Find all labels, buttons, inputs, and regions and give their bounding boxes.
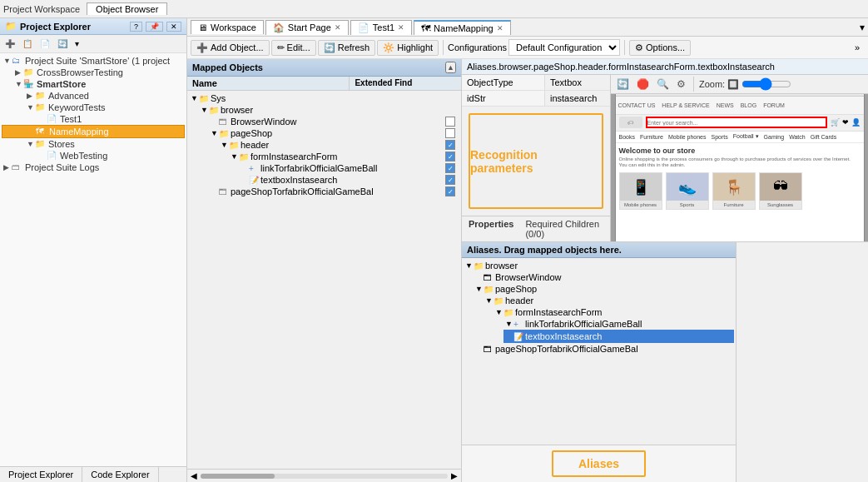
- sidebar-help-button[interactable]: ?: [130, 22, 142, 32]
- mapped-row-pageshoptorfabrik[interactable]: ▶ 🗔 pageShopTorfabrikOfficialGameBal ✓: [209, 186, 459, 197]
- preview-btn1[interactable]: 🔄: [614, 77, 632, 91]
- tree-item-test1[interactable]: ▶ 📄 Test1: [2, 113, 185, 125]
- tab-close-namemapping[interactable]: ✕: [497, 24, 503, 32]
- tree-item-webtesting[interactable]: ▶ 📄 WebTesting: [2, 150, 185, 161]
- toolbar-expand-button[interactable]: »: [850, 41, 865, 54]
- tab-properties[interactable]: Properties: [465, 218, 517, 240]
- mapped-row-sys[interactable]: ▼ 📁 Sys: [189, 92, 459, 104]
- tab-project-explorer[interactable]: Project Explorer: [0, 467, 82, 482]
- alias-row-textboxinstasearch[interactable]: ▶ 📝 textboxInstasearch: [503, 330, 734, 343]
- check-forminstasearch[interactable]: ✓: [443, 152, 458, 161]
- mapped-row-browser[interactable]: ▼ 📁 browser: [199, 104, 459, 116]
- tree-arrow-crossbrowser[interactable]: ▶: [15, 68, 23, 77]
- check-browserwindow[interactable]: [443, 117, 458, 127]
- tree-item-advanced[interactable]: ▶ 📁 Advanced: [2, 90, 185, 102]
- mapped-scroll-left[interactable]: ◀: [191, 471, 197, 480]
- aliases-button[interactable]: Aliases: [552, 450, 646, 477]
- alias-row-pageshop[interactable]: ▼ 📁 pageShop: [474, 283, 734, 295]
- tree-arrow-smartstore[interactable]: ▼: [15, 80, 23, 88]
- tab-object-browser[interactable]: Object Browser: [87, 2, 167, 15]
- alias-row-linktorfabrik[interactable]: ▼ + linkTorfabrikOfficialGameBall: [503, 318, 734, 330]
- alias-row-browser[interactable]: ▼ 📁 browser: [464, 260, 734, 271]
- mapped-row-header[interactable]: ▼ 📁 header ✓: [219, 139, 459, 151]
- mapped-label-pageshoptorfabrik: pageShopTorfabrikOfficialGameBal: [231, 186, 443, 196]
- sidebar-pin-button[interactable]: 📌: [146, 22, 163, 32]
- configurations-label: Configurations: [448, 42, 507, 52]
- tree-arrow-pageshop[interactable]: ▼: [211, 129, 219, 137]
- highlight-button[interactable]: 🔆 Highlight: [377, 40, 439, 56]
- sidebar-toolbar-btn3[interactable]: 📄: [37, 37, 53, 51]
- tree-arrow-sys[interactable]: ▼: [191, 94, 199, 102]
- tab-code-explorer[interactable]: Code Explorer: [82, 467, 158, 482]
- product-sunglasses: 🕶 Sunglasses: [759, 172, 802, 210]
- alias-folder-pageshop: 📁: [484, 285, 495, 294]
- tree-label-namemapping: NameMapping: [49, 127, 109, 137]
- sidebar-toolbar-btn4[interactable]: 🔄: [54, 37, 71, 51]
- alias-arrow-pageshop[interactable]: ▼: [475, 285, 484, 293]
- mapped-row-textboxinstasearch[interactable]: ▶ 📝 textboxInstasearch ✓: [239, 174, 459, 186]
- tree-arrow-logs[interactable]: ▶: [3, 163, 12, 171]
- alias-label-linktorfabrik: linkTorfabrikOfficialGameBall: [525, 319, 642, 329]
- tab-start-page[interactable]: 🏠 Start Page ✕: [265, 20, 349, 35]
- check-pageshoptorfabrik[interactable]: ✓: [443, 186, 458, 196]
- tree-item-suite[interactable]: ▼ 🗂 Project Suite 'SmartStore' (1 projec…: [2, 55, 185, 67]
- tab-workspace[interactable]: 🖥 Workspace: [191, 20, 264, 34]
- tree-item-crossbrowser[interactable]: ▶ 📁 CrossBrowserTesting: [2, 67, 185, 78]
- tree-arrow-header[interactable]: ▼: [221, 141, 229, 149]
- alias-row-header[interactable]: ▼ 📁 header: [484, 295, 734, 306]
- sidebar-add-button[interactable]: ➕: [2, 37, 18, 51]
- alias-arrow-forminstasearch[interactable]: ▼: [495, 308, 503, 316]
- options-button[interactable]: ⚙ Options...: [629, 40, 691, 56]
- check-pageshop[interactable]: [443, 128, 458, 138]
- tree-item-namemapping[interactable]: ▶ 🗺 NameMapping: [2, 125, 185, 138]
- tab-close-start-page[interactable]: ✕: [335, 23, 341, 32]
- sidebar-toolbar-btn2[interactable]: 📋: [19, 37, 36, 51]
- mapped-row-forminstasearch[interactable]: ▼ 📁 formInstasearchForm ✓: [229, 151, 459, 162]
- alias-arrow-browser[interactable]: ▼: [465, 261, 474, 270]
- tab-required-children[interactable]: Required Children (0/0): [522, 218, 607, 240]
- alias-arrow-linktorfabrik[interactable]: ▼: [505, 320, 513, 328]
- tree-item-smartstore[interactable]: ▼ 🏪 SmartStore: [2, 78, 185, 90]
- preview-btn2[interactable]: 🛑: [634, 77, 652, 91]
- edit-button[interactable]: ✏ Edit...: [271, 40, 316, 56]
- tree-item-keywordtests[interactable]: ▼ 📁 KeywordTests: [2, 102, 185, 113]
- tree-item-logs[interactable]: ▶ 🗃 Project Suite Logs: [2, 161, 185, 173]
- alias-row-browserwindow[interactable]: ▶ 🗔 BrowserWindow: [474, 271, 734, 283]
- tab-overflow-button[interactable]: ▾: [860, 22, 865, 33]
- product-sunglasses-label: Sunglasses: [767, 201, 793, 209]
- highlight-icon: 🔆: [383, 42, 394, 53]
- tree-arrow-suite[interactable]: ▼: [3, 57, 12, 65]
- add-object-button[interactable]: ➕ Add Object...: [191, 40, 270, 56]
- browser-search-input[interactable]: [646, 117, 827, 128]
- alias-row-forminstasearch[interactable]: ▼ 📁 formInstasearchForm: [494, 306, 734, 318]
- mapped-row-pageshop[interactable]: ▼ 📁 pageShop: [209, 127, 459, 139]
- tab-test1[interactable]: 📄 Test1 ✕: [350, 20, 412, 35]
- zoom-slider[interactable]: [742, 77, 791, 91]
- tree-item-stores[interactable]: ▼ 📁 Stores: [2, 138, 185, 150]
- alias-label-pageshoptorfabrik: pageShopTorfabrikOfficialGameBal: [495, 344, 638, 354]
- check-header[interactable]: ✓: [443, 140, 458, 150]
- config-select[interactable]: Default Configuration: [508, 39, 620, 56]
- mapped-scroll-right[interactable]: ▶: [451, 471, 458, 480]
- mapped-row-linktorfabrik[interactable]: ▶ + linkTorfabrikOfficialGameBall ✓: [239, 162, 459, 174]
- tree-arrow-stores[interactable]: ▼: [27, 140, 35, 148]
- preview-btn4[interactable]: ⚙: [674, 77, 688, 91]
- refresh-button[interactable]: 🔄 Refresh: [318, 40, 376, 56]
- tree-arrow-advanced[interactable]: ▶: [27, 92, 35, 100]
- mapped-label-browser: browser: [221, 105, 253, 115]
- alias-row-pageshoptorfabrik[interactable]: ▶ 🗔 pageShopTorfabrikOfficialGameBal: [474, 343, 734, 355]
- preview-btn3[interactable]: 🔍: [654, 77, 672, 91]
- sidebar-close-button[interactable]: ✕: [166, 22, 181, 32]
- alias-label-textboxinstasearch: textboxInstasearch: [525, 331, 602, 341]
- alias-arrow-header[interactable]: ▼: [485, 296, 494, 305]
- check-textboxinstasearch[interactable]: ✓: [443, 175, 458, 185]
- tree-arrow-keywordtests[interactable]: ▼: [27, 103, 35, 112]
- tree-arrow-browser[interactable]: ▼: [201, 106, 209, 114]
- tree-arrow-forminstasearch[interactable]: ▼: [231, 152, 239, 161]
- sidebar-toolbar-btn5[interactable]: ▾: [72, 37, 82, 51]
- tab-namemapping[interactable]: 🗺 NameMapping ✕: [414, 20, 511, 35]
- mapped-row-browserwindow[interactable]: ▶ 🗔 BrowserWindow: [209, 116, 459, 127]
- check-linktorfabrik[interactable]: ✓: [443, 163, 458, 173]
- tab-close-test1[interactable]: ✕: [398, 23, 404, 32]
- mapped-collapse-button[interactable]: ▲: [445, 62, 456, 73]
